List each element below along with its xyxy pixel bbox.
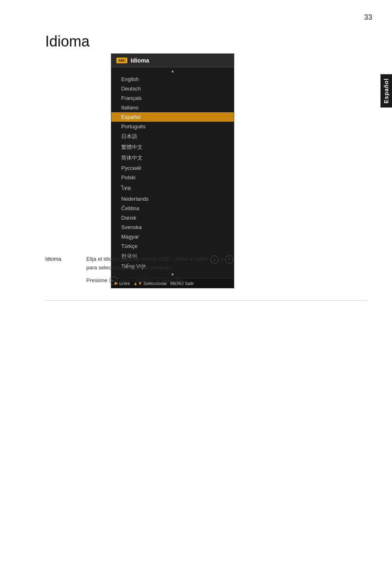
description-content: Elija el idioma para los menús OSD. Util… [86, 255, 234, 289]
osd-header-icon: ABC [116, 58, 127, 63]
lang-english[interactable]: English [111, 74, 234, 84]
lang-espanol[interactable]: Español [111, 112, 234, 122]
lang-italiano[interactable]: Italiano [111, 103, 234, 112]
osd-menu: ABC Idioma ▲ English Deutsch Français It… [111, 53, 234, 288]
description-label: Idioma [45, 255, 78, 289]
osd-scroll-up: ▲ [111, 67, 234, 74]
lang-thai[interactable]: ไทย [111, 182, 234, 194]
up-button-icon: ▲ [210, 255, 219, 264]
desc-line3: Presione ▶ para confirmar la selección. [86, 276, 234, 285]
lang-trad-chinese[interactable]: 繁體中文 [111, 142, 234, 153]
osd-header-title: Idioma [131, 57, 149, 64]
lang-danish[interactable]: Dansk [111, 213, 234, 222]
lang-polish[interactable]: Polski [111, 173, 234, 182]
desc-line3-after: para confirmar la selección. [120, 277, 185, 283]
lang-francais[interactable]: Français [111, 93, 234, 103]
page-number: 33 [364, 13, 372, 22]
osd-header: ABC Idioma [111, 54, 234, 67]
osd-language-list: English Deutsch Français Italiano Españo… [111, 74, 234, 271]
lang-japanese[interactable]: 日本語 [111, 131, 234, 142]
lang-portugues[interactable]: Português [111, 122, 234, 131]
lang-deutsch[interactable]: Deutsch [111, 84, 234, 93]
desc-line2: para seleccionar el idioma preferido. [86, 264, 173, 271]
description-section: Idioma Elija el idioma para los menús OS… [45, 255, 367, 289]
down-button-icon: ▼ [225, 255, 233, 264]
page-title: Idioma [45, 33, 90, 50]
lang-simp-chinese[interactable]: 简体中文 [111, 153, 234, 163]
lang-russian[interactable]: Русский [111, 163, 234, 173]
lang-dutch[interactable]: Nederlands [111, 194, 234, 204]
lang-swedish[interactable]: Svenska [111, 222, 234, 232]
section-divider [45, 300, 367, 301]
enter-button-icon: ▶ [109, 276, 118, 285]
desc-line1-before: Elija el idioma para los menús OSD. Util… [86, 256, 208, 262]
desc-line3-before: Presione [86, 277, 107, 283]
desc-line1-mid: o [220, 256, 225, 262]
desc-line1: Elija el idioma para los menús OSD. Util… [86, 255, 234, 272]
lang-hungarian[interactable]: Magyar [111, 232, 234, 241]
lang-czech[interactable]: Čeština [111, 204, 234, 213]
lang-turkish[interactable]: Türkçe [111, 241, 234, 251]
side-tab-label: Español [380, 74, 392, 107]
